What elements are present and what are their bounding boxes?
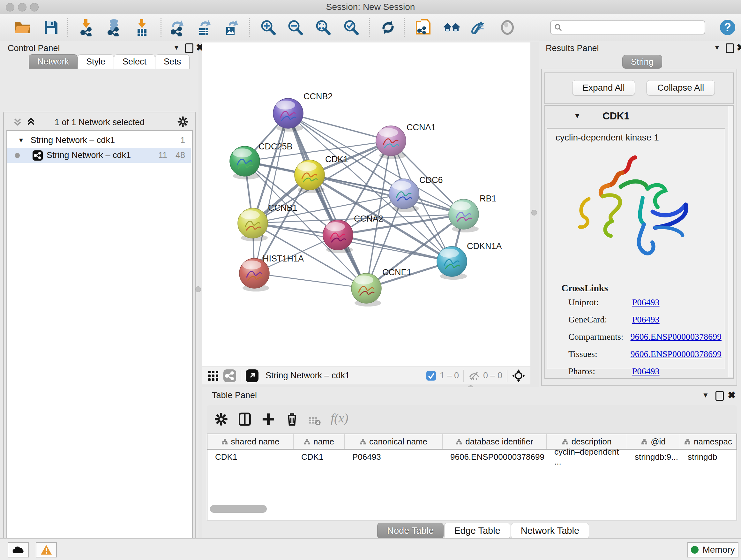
export-image-icon[interactable] xyxy=(222,18,240,37)
export-table-icon[interactable] xyxy=(195,18,213,37)
column-header-label: @id xyxy=(651,437,666,447)
close-panel-icon[interactable]: ✖ xyxy=(737,43,741,52)
tab-select[interactable]: Select xyxy=(114,54,155,69)
node-CCNB2[interactable]: CCNB2 xyxy=(273,91,333,132)
help-icon[interactable]: ? xyxy=(719,18,737,37)
zoom-out-icon[interactable] xyxy=(286,18,304,37)
gear-icon[interactable] xyxy=(214,412,228,427)
zoom-fit-icon[interactable] xyxy=(314,18,332,37)
edge-CCNE1-HIST1H1A[interactable] xyxy=(254,273,366,288)
zoom-selected-icon[interactable] xyxy=(342,18,360,37)
column-header-shared-name[interactable]: shared name xyxy=(207,434,293,449)
float-panel-icon[interactable]: ▼ xyxy=(702,391,709,399)
crosslink-value-link[interactable]: 9606.ENSP00000378699 xyxy=(630,349,722,359)
tab-style[interactable]: Style xyxy=(77,54,114,69)
column-header-canonical-name[interactable]: canonical name xyxy=(345,434,443,449)
glass-ball-icon[interactable] xyxy=(498,18,516,37)
save-session-icon[interactable] xyxy=(42,18,60,37)
network-view-title: String Network – cdk1 xyxy=(266,371,350,381)
export-network-icon[interactable] xyxy=(168,18,186,37)
column-type-icon xyxy=(304,438,310,445)
collapse-all-button[interactable]: Collapse All xyxy=(647,80,715,96)
toolbar-separator xyxy=(369,18,370,37)
warnings-button[interactable] xyxy=(36,542,57,557)
crosslink-label: Pharos: xyxy=(568,366,632,376)
node-label-HIST1H1A: HIST1H1A xyxy=(263,254,304,263)
table-cell[interactable]: CDK1 xyxy=(207,449,293,464)
delete-table-icon[interactable] xyxy=(308,415,321,427)
cloud-button[interactable] xyxy=(8,542,29,557)
table-cell[interactable]: P06493 xyxy=(345,449,443,464)
create-column-icon[interactable] xyxy=(261,412,276,427)
float-panel-icon[interactable]: ▼ xyxy=(714,44,721,52)
maximize-panel-icon[interactable] xyxy=(185,44,193,53)
function-builder-icon[interactable]: f(x) xyxy=(331,411,348,426)
show-columns-icon[interactable] xyxy=(238,412,252,427)
column-header-database-identifier[interactable]: database identifier xyxy=(443,434,547,449)
pan-crosshair-icon[interactable] xyxy=(512,369,525,382)
float-panel-icon[interactable]: ▼ xyxy=(173,44,180,52)
enhanced-labels-icon[interactable] xyxy=(469,18,487,37)
maximize-panel-icon[interactable] xyxy=(716,391,724,401)
memory-button[interactable]: Memory xyxy=(687,542,738,557)
tab-edge-table[interactable]: Edge Table xyxy=(444,523,510,539)
network-canvas[interactable]: CCNB2CCNA1CDC25BCDK1CDC6RB1CCNB1CCNA2CDK… xyxy=(202,43,530,367)
right-splitter-handle[interactable] xyxy=(531,210,537,215)
network-view-icon[interactable] xyxy=(223,369,236,382)
grid-view-icon[interactable] xyxy=(207,370,219,381)
zoom-in-icon[interactable] xyxy=(259,18,277,37)
string-home-icon[interactable] xyxy=(443,18,461,37)
refresh-icon[interactable] xyxy=(379,18,397,37)
column-header--id[interactable]: @id xyxy=(627,434,680,449)
column-header-name[interactable]: name xyxy=(293,434,345,449)
left-splitter-handle[interactable] xyxy=(195,287,201,292)
collection-expander-icon[interactable]: ▼ xyxy=(18,137,24,144)
network-row-selected[interactable]: String Network – cdk1 11 48 xyxy=(7,148,191,163)
edge-CCNA2-CDKN1A[interactable] xyxy=(338,235,452,261)
tab-network-table[interactable]: Network Table xyxy=(511,523,589,539)
tab-string[interactable]: String xyxy=(622,55,662,69)
results-vertical-scrollbar[interactable] xyxy=(728,106,733,377)
crosslink-value-link[interactable]: P06493 xyxy=(632,297,660,307)
search-input[interactable] xyxy=(562,22,697,33)
table-cell[interactable]: 9606.ENSP00000378699 xyxy=(443,449,547,464)
crosslink-value-link[interactable]: 9606.ENSP00000378699 xyxy=(630,332,722,342)
selected-checkbox[interactable] xyxy=(426,371,436,381)
tab-sets[interactable]: Sets xyxy=(155,54,190,69)
import-network-file-icon[interactable] xyxy=(77,18,95,37)
maximize-panel-icon[interactable] xyxy=(726,44,734,53)
string-document-icon[interactable] xyxy=(414,18,432,37)
node-HIST1H1A[interactable]: HIST1H1A xyxy=(239,254,304,292)
gear-icon[interactable] xyxy=(177,116,189,128)
open-session-icon[interactable] xyxy=(13,18,31,37)
close-panel-icon[interactable]: ✖ xyxy=(728,390,736,400)
memory-status-icon xyxy=(691,546,698,554)
import-table-icon[interactable] xyxy=(133,18,151,37)
crosslink-value-link[interactable]: P06493 xyxy=(632,314,660,325)
table-cell[interactable]: CDK1 xyxy=(293,449,345,464)
hidden-eye-icon[interactable] xyxy=(468,370,480,381)
gene-expander-icon[interactable]: ▼ xyxy=(574,112,581,120)
table-panel: Table Panel ▼ ✖ f(x) shared namenamecano… xyxy=(202,387,741,538)
table-horizontal-scrollbar[interactable] xyxy=(210,505,267,513)
tab-node-table[interactable]: Node Table xyxy=(377,523,444,539)
network-collection-row[interactable]: ▼ String Network – cdk1 1 xyxy=(7,133,191,148)
crosslink-value-link[interactable]: P06493 xyxy=(632,366,660,376)
network-manager: 1 of 1 Network selected ▼ String Network… xyxy=(3,112,196,560)
table-cell[interactable]: stringdb xyxy=(680,449,737,464)
table-cell[interactable]: stringdb:9... xyxy=(627,449,680,464)
import-network-database-icon[interactable] xyxy=(105,18,122,37)
node-CCNA1[interactable]: CCNA1 xyxy=(376,123,436,159)
node-CDKN1A[interactable]: CDKN1A xyxy=(437,241,502,280)
tab-network[interactable]: Network xyxy=(29,54,77,69)
edge-CCNB2-HIST1H1A[interactable] xyxy=(254,113,288,273)
table-cell[interactable]: cyclin–dependent ... xyxy=(547,449,627,464)
expand-all-button[interactable]: Expand All xyxy=(572,80,635,96)
search-field[interactable] xyxy=(550,20,705,35)
gene-header-row[interactable]: ▼ CDK1 xyxy=(545,106,728,128)
table-row[interactable]: CDK1CDK1P064939606.ENSP00000378699cyclin… xyxy=(207,449,737,464)
node-RB1[interactable]: RB1 xyxy=(449,194,496,233)
column-header-namespac[interactable]: namespac xyxy=(680,434,737,449)
birds-eye-view-icon[interactable] xyxy=(246,369,259,382)
delete-column-icon[interactable] xyxy=(285,412,299,427)
